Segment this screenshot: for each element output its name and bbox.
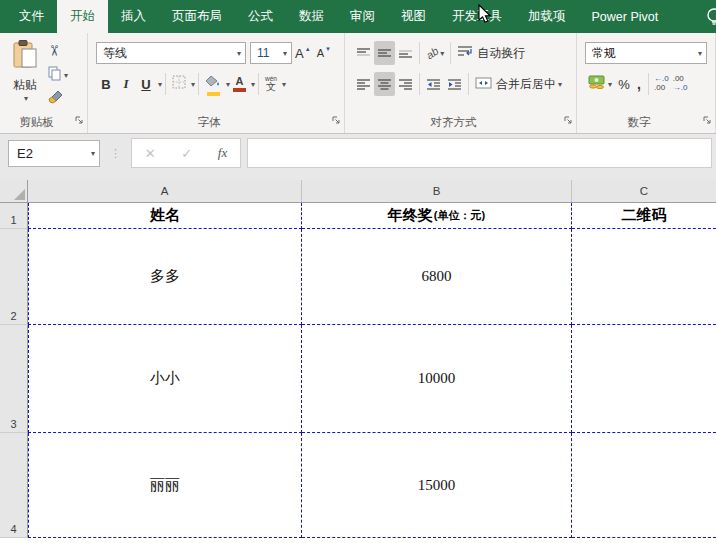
underline-dropdown-icon[interactable]: ▾	[158, 80, 162, 89]
phonetic-dropdown-icon[interactable]: ▾	[282, 80, 286, 89]
merge-center-dropdown-icon[interactable]: ▾	[558, 80, 562, 89]
phonetic-guide-button[interactable]: wén 文	[262, 72, 280, 96]
increase-font-size-button[interactable]: A▲	[292, 41, 314, 65]
cell-c1[interactable]: 二维码	[572, 203, 716, 229]
merge-center-button[interactable]: 合并后居中 ▾	[472, 72, 565, 96]
enter-icon[interactable]: ✓	[181, 146, 192, 161]
copy-button[interactable]: ▾	[48, 65, 68, 85]
excel-window: { "colors": { "excel_green": "#217346", …	[0, 0, 716, 543]
cell-b4[interactable]: 15000	[302, 433, 572, 538]
cut-scissors-icon: ✂	[45, 45, 63, 58]
cell-a1[interactable]: 姓名	[28, 203, 302, 229]
clipboard-group-label: 剪贴板	[0, 115, 73, 130]
underline-button[interactable]: U	[136, 72, 156, 96]
comma-style-button[interactable]: ,	[633, 72, 645, 96]
paste-button[interactable]: 粘贴 ▾	[6, 39, 44, 123]
alignment-dialog-launcher[interactable]	[563, 111, 573, 129]
column-header-c[interactable]: C	[572, 180, 716, 202]
name-box[interactable]: E2 ▾	[8, 140, 100, 167]
number-format-dropdown-icon[interactable]: ▾	[698, 49, 702, 58]
clipboard-dialog-launcher[interactable]	[74, 111, 84, 129]
tell-me-lightbulb-icon[interactable]	[703, 6, 716, 32]
name-box-dropdown-icon[interactable]: ▾	[91, 149, 95, 158]
align-bottom-button[interactable]	[395, 41, 416, 65]
cell-b2[interactable]: 6800	[302, 229, 572, 325]
wrap-text-button[interactable]: 自动换行	[454, 41, 528, 65]
copy-dropdown-icon[interactable]: ▾	[64, 71, 68, 80]
paste-dropdown-icon[interactable]: ▾	[24, 94, 28, 103]
decrease-indent-button[interactable]	[423, 72, 444, 96]
tab-insert[interactable]: 插入	[108, 0, 159, 33]
format-painter-button[interactable]	[48, 89, 68, 109]
separator	[258, 73, 259, 95]
row-header-1[interactable]: 1	[0, 203, 28, 229]
orientation-button[interactable]: ab ▾	[423, 41, 447, 65]
clipboard-small-buttons: ✂ ▾	[48, 41, 68, 109]
cell-b3[interactable]: 10000	[302, 325, 572, 433]
orientation-dropdown-icon[interactable]: ▾	[440, 49, 444, 58]
row-header-2[interactable]: 2	[0, 229, 28, 325]
sheet-blank-area[interactable]	[0, 538, 716, 543]
decrease-decimal-button[interactable]: .00 →.0	[671, 72, 690, 96]
increase-indent-button[interactable]	[444, 72, 465, 96]
formula-bar-splitter[interactable]: ⋮	[110, 147, 121, 160]
decrease-indent-icon	[426, 78, 441, 90]
font-dialog-launcher[interactable]	[331, 111, 341, 129]
borders-dropdown-icon[interactable]: ▾	[191, 80, 195, 89]
font-color-button[interactable]: A	[230, 72, 249, 96]
number-dialog-launcher[interactable]	[702, 111, 712, 129]
number-format-dropdown[interactable]: 常规 ▾	[585, 42, 707, 64]
tab-add-ins[interactable]: 加载项	[515, 0, 579, 33]
borders-button[interactable]	[169, 72, 189, 96]
accounting-dropdown-icon[interactable]: ▾	[608, 80, 612, 89]
accounting-format-button[interactable]: ▾	[585, 72, 615, 96]
table-row: 4 丽丽 15000	[0, 433, 716, 538]
fill-color-button[interactable]	[202, 72, 224, 96]
cell-a3[interactable]: 小小	[28, 325, 302, 433]
font-size-dropdown-icon[interactable]: ▾	[283, 49, 287, 58]
percent-style-button[interactable]: %	[615, 72, 633, 96]
mouse-cursor-icon	[478, 4, 492, 28]
insert-function-icon[interactable]: fx	[218, 145, 227, 161]
font-family-dropdown-icon[interactable]: ▾	[237, 49, 241, 58]
italic-button[interactable]: I	[116, 72, 136, 96]
select-all-button[interactable]	[0, 180, 28, 202]
bold-button[interactable]: B	[96, 72, 116, 96]
cell-c3[interactable]	[572, 325, 716, 433]
row-header-3[interactable]: 3	[0, 325, 28, 433]
cell-c2[interactable]	[572, 229, 716, 325]
tab-home[interactable]: 开始	[57, 0, 108, 33]
cell-b1[interactable]: 年终奖(单位：元)	[302, 203, 572, 229]
orientation-ab-icon: ab	[424, 45, 441, 62]
font-family-combobox[interactable]: 等线 ▾	[96, 42, 246, 64]
increase-decimal-button[interactable]: ←.0 .00	[652, 72, 671, 96]
tab-developer[interactable]: 开发工具	[439, 0, 515, 33]
font-color-dropdown-icon[interactable]: ▾	[251, 80, 255, 89]
font-size-combobox[interactable]: 11 ▾	[250, 42, 292, 64]
copy-icon	[48, 66, 62, 85]
column-header-b[interactable]: B	[302, 180, 572, 202]
cell-c4[interactable]	[572, 433, 716, 538]
tab-data[interactable]: 数据	[286, 0, 337, 33]
decrease-font-size-button[interactable]: A▼	[314, 41, 334, 65]
tab-review[interactable]: 审阅	[337, 0, 388, 33]
column-header-a[interactable]: A	[28, 180, 302, 202]
tab-power-pivot[interactable]: Power Pivot	[579, 0, 672, 33]
font-size-value: 11	[257, 46, 269, 60]
align-center-button[interactable]	[374, 72, 395, 96]
cancel-icon[interactable]: ✕	[145, 146, 156, 161]
cut-button[interactable]: ✂	[48, 41, 68, 61]
cell-a2[interactable]: 多多	[28, 229, 302, 325]
tab-formulas[interactable]: 公式	[235, 0, 286, 33]
align-top-button[interactable]	[353, 41, 374, 65]
tab-file[interactable]: 文件	[6, 0, 57, 33]
tab-view[interactable]: 视图	[388, 0, 439, 33]
cell-a4[interactable]: 丽丽	[28, 433, 302, 538]
align-middle-button[interactable]	[374, 41, 395, 65]
row-header-4[interactable]: 4	[0, 433, 28, 538]
align-left-button[interactable]	[353, 72, 374, 96]
paste-label: 粘贴	[13, 77, 37, 94]
formula-input[interactable]	[247, 138, 712, 168]
tab-page-layout[interactable]: 页面布局	[159, 0, 235, 33]
align-right-button[interactable]	[395, 72, 416, 96]
